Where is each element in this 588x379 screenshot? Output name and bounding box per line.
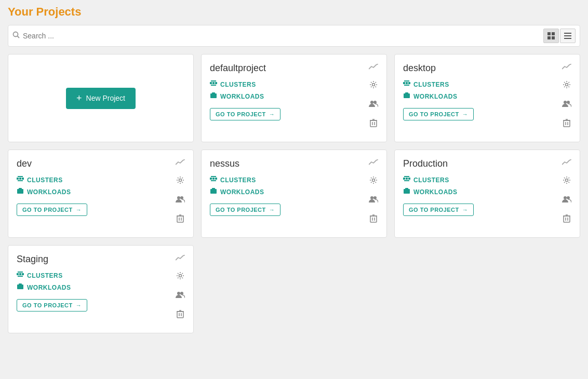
project-name: dev xyxy=(17,158,32,169)
clusters-link[interactable]: CLUSTERS xyxy=(403,175,571,184)
trending-icon xyxy=(176,254,185,263)
go-to-label: GO TO PROJECT xyxy=(409,111,459,117)
trending-icon xyxy=(369,158,378,168)
grid-view-button[interactable] xyxy=(543,29,559,43)
clusters-label: CLUSTERS xyxy=(220,81,256,88)
workloads-link[interactable]: WORKLOADS xyxy=(403,187,571,196)
trending-icon xyxy=(369,63,378,72)
card-actions xyxy=(562,176,571,225)
svg-rect-34 xyxy=(564,120,570,127)
search-input[interactable] xyxy=(23,32,539,40)
svg-rect-89 xyxy=(17,285,23,289)
settings-icon[interactable] xyxy=(563,80,571,91)
workloads-label: WORKLOADS xyxy=(413,188,458,196)
new-project-button[interactable]: + New Project xyxy=(66,88,136,109)
clusters-link[interactable]: CLUSTERS xyxy=(210,175,378,184)
clusters-link[interactable]: CLUSTERS xyxy=(17,271,185,280)
delete-icon[interactable] xyxy=(563,119,570,129)
list-view-button[interactable] xyxy=(560,29,576,43)
workloads-link[interactable]: WORKLOADS xyxy=(210,92,378,101)
delete-icon[interactable] xyxy=(370,214,377,225)
project-name: nessus xyxy=(210,158,239,169)
clusters-link[interactable]: CLUSTERS xyxy=(403,80,571,89)
svg-rect-85 xyxy=(19,273,21,275)
svg-rect-5 xyxy=(552,36,555,39)
arrow-icon: → xyxy=(269,207,275,213)
clusters-icon xyxy=(210,175,217,184)
svg-rect-58 xyxy=(211,180,216,181)
card-header: dev xyxy=(17,158,185,169)
svg-rect-56 xyxy=(215,178,217,180)
workloads-link[interactable]: WORKLOADS xyxy=(17,187,185,196)
svg-rect-8 xyxy=(564,38,571,39)
svg-point-61 xyxy=(372,179,375,182)
go-to-project-button[interactable]: GO TO PROJECT → xyxy=(17,299,87,312)
delete-icon[interactable] xyxy=(177,310,184,320)
arrow-icon: → xyxy=(76,207,82,213)
svg-point-32 xyxy=(564,101,567,104)
plus-icon: + xyxy=(76,93,82,104)
workloads-label: WORKLOADS xyxy=(413,93,458,100)
card-links: CLUSTERS WORKLOADS xyxy=(403,80,571,101)
workloads-icon xyxy=(17,187,24,196)
svg-point-62 xyxy=(370,196,373,199)
svg-rect-13 xyxy=(211,85,216,86)
workloads-link[interactable]: WORKLOADS xyxy=(210,187,378,196)
project-card-defaultproject: defaultproject CLUSTERS WORKLOADS xyxy=(201,54,387,142)
members-icon[interactable] xyxy=(176,291,185,301)
svg-point-16 xyxy=(372,84,375,86)
svg-rect-44 xyxy=(17,189,23,194)
clusters-icon xyxy=(17,271,24,280)
svg-rect-71 xyxy=(408,178,410,180)
svg-rect-45 xyxy=(19,188,22,190)
svg-point-31 xyxy=(566,84,568,86)
clusters-link[interactable]: CLUSTERS xyxy=(210,80,378,89)
svg-rect-94 xyxy=(177,312,183,318)
settings-icon[interactable] xyxy=(176,272,184,282)
project-card-production: Production CLUSTERS WORKLOADS xyxy=(394,150,580,238)
workloads-icon xyxy=(403,92,410,101)
clusters-icon xyxy=(210,80,217,89)
workloads-icon xyxy=(17,283,24,292)
svg-point-48 xyxy=(180,196,183,199)
go-to-project-button[interactable]: GO TO PROJECT → xyxy=(403,204,474,216)
go-to-project-button[interactable]: GO TO PROJECT → xyxy=(210,108,280,120)
members-icon[interactable] xyxy=(562,100,571,110)
svg-rect-69 xyxy=(403,178,405,180)
svg-point-91 xyxy=(179,275,182,277)
settings-icon[interactable] xyxy=(563,176,571,186)
svg-rect-19 xyxy=(370,120,377,127)
delete-icon[interactable] xyxy=(177,214,184,225)
view-toggle xyxy=(543,29,576,43)
svg-rect-30 xyxy=(405,92,408,94)
members-icon[interactable] xyxy=(369,196,378,205)
workloads-label: WORKLOADS xyxy=(220,188,264,196)
go-to-project-button[interactable]: GO TO PROJECT → xyxy=(403,108,474,120)
clusters-link[interactable]: CLUSTERS xyxy=(17,175,185,184)
members-icon[interactable] xyxy=(176,196,185,205)
svg-point-46 xyxy=(179,179,182,182)
svg-rect-41 xyxy=(22,178,24,180)
delete-icon[interactable] xyxy=(370,119,377,129)
go-to-project-button[interactable]: GO TO PROJECT → xyxy=(210,204,280,216)
svg-rect-49 xyxy=(177,216,183,222)
settings-icon[interactable] xyxy=(176,176,184,186)
go-to-label: GO TO PROJECT xyxy=(409,207,459,213)
go-to-label: GO TO PROJECT xyxy=(22,207,73,213)
delete-icon[interactable] xyxy=(563,214,570,225)
members-icon[interactable] xyxy=(562,196,571,205)
card-header: Staging xyxy=(17,254,185,265)
workloads-link[interactable]: WORKLOADS xyxy=(403,92,571,101)
workloads-link[interactable]: WORKLOADS xyxy=(17,283,185,292)
card-actions xyxy=(176,176,185,225)
settings-icon[interactable] xyxy=(369,80,378,91)
workloads-label: WORKLOADS xyxy=(27,188,71,196)
go-to-project-button[interactable]: GO TO PROJECT → xyxy=(17,204,87,216)
clusters-icon xyxy=(403,175,410,184)
card-header: Production xyxy=(403,158,571,169)
arrow-icon: → xyxy=(462,207,469,213)
members-icon[interactable] xyxy=(369,100,378,110)
project-name: desktop xyxy=(403,63,436,74)
settings-icon[interactable] xyxy=(369,176,378,186)
svg-rect-74 xyxy=(404,189,410,194)
